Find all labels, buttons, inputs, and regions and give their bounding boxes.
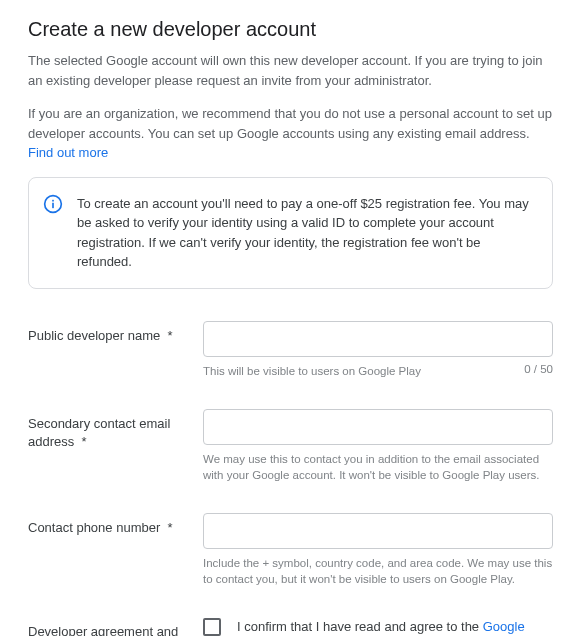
label-phone: Contact phone number * bbox=[28, 513, 203, 537]
row-agreements: Developer agreement and Terms of Service… bbox=[28, 617, 553, 636]
check1-prefix: I confirm that I have read and agree to … bbox=[237, 619, 483, 634]
label-agreements: Developer agreement and Terms of Service… bbox=[28, 617, 203, 636]
intro-paragraph-1: The selected Google account will own thi… bbox=[28, 51, 553, 90]
info-icon bbox=[43, 194, 63, 214]
checkbox-distribution-agreement[interactable] bbox=[203, 618, 221, 636]
developer-name-input[interactable] bbox=[203, 321, 553, 357]
label-secondary-email: Secondary contact email address * bbox=[28, 409, 203, 451]
agreement-row-distribution: I confirm that I have read and agree to … bbox=[203, 617, 553, 636]
label-developer-name: Public developer name * bbox=[28, 321, 203, 345]
info-box-text: To create an account you'll need to pay … bbox=[77, 194, 536, 272]
row-secondary-email: Secondary contact email address * We may… bbox=[28, 409, 553, 483]
row-phone: Contact phone number * Include the + sym… bbox=[28, 513, 553, 587]
svg-rect-2 bbox=[52, 199, 54, 201]
phone-input[interactable] bbox=[203, 513, 553, 549]
developer-name-counter: 0 / 50 bbox=[524, 363, 553, 379]
page-title: Create a new developer account bbox=[28, 18, 553, 41]
registration-fee-info-box: To create an account you'll need to pay … bbox=[28, 177, 553, 289]
secondary-email-helper: We may use this to contact you in additi… bbox=[203, 451, 553, 483]
row-developer-name: Public developer name * This will be vis… bbox=[28, 321, 553, 379]
find-out-more-link[interactable]: Find out more bbox=[28, 145, 108, 160]
svg-rect-1 bbox=[52, 202, 54, 207]
distribution-agreement-text: I confirm that I have read and agree to … bbox=[237, 617, 553, 636]
phone-helper: Include the + symbol, country code, and … bbox=[203, 555, 553, 587]
secondary-email-input[interactable] bbox=[203, 409, 553, 445]
intro-paragraph-2: If you are an organization, we recommend… bbox=[28, 104, 553, 163]
developer-name-helper: This will be visible to users on Google … bbox=[203, 363, 514, 379]
intro-2-text: If you are an organization, we recommend… bbox=[28, 106, 552, 141]
